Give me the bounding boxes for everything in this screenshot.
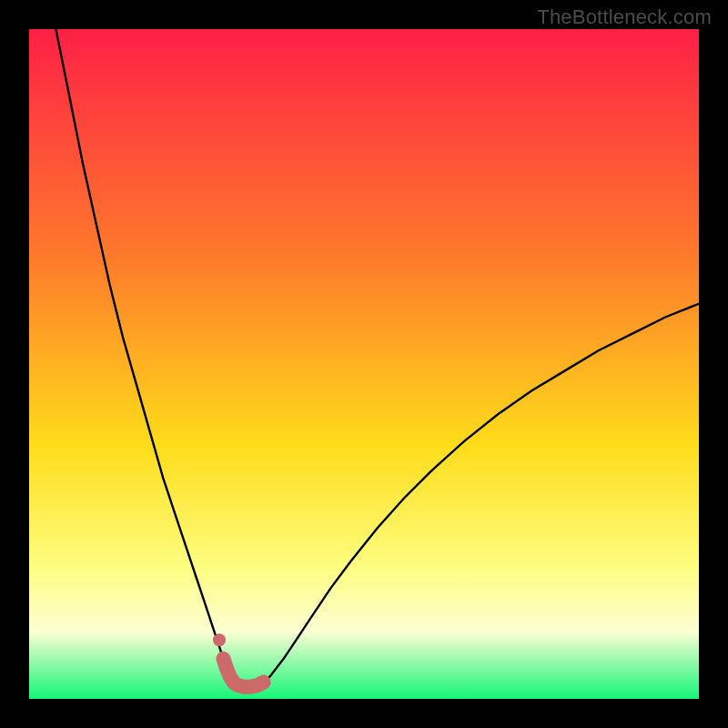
chart-svg — [29, 29, 699, 699]
chart-frame: TheBottleneck.com — [0, 0, 728, 728]
marker-dot-left — [213, 633, 226, 646]
plot-area — [29, 29, 699, 699]
watermark-text: TheBottleneck.com — [537, 5, 712, 29]
